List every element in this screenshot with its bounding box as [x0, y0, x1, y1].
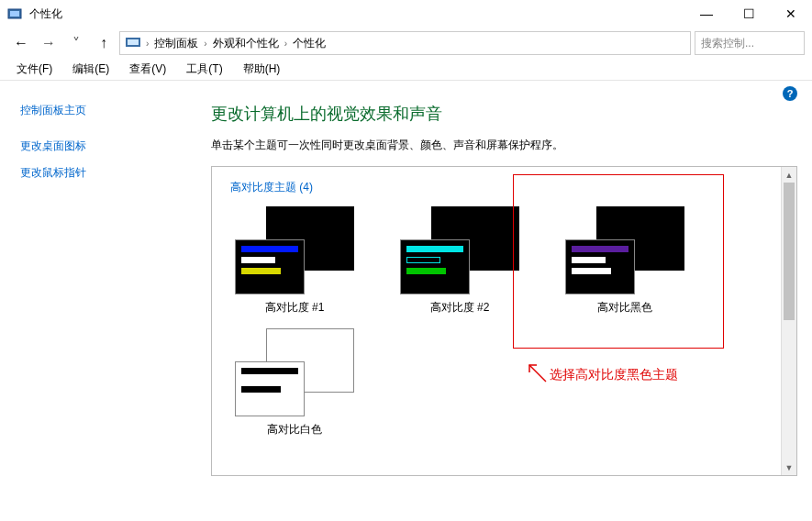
svg-rect-3: [128, 39, 139, 45]
app-icon: [7, 6, 22, 21]
help-icon[interactable]: ?: [783, 86, 797, 101]
breadcrumb[interactable]: 个性化: [293, 36, 326, 51]
menu-edit[interactable]: 编辑(E): [63, 59, 118, 80]
body: 控制面板主页 更改桌面图标 更改鼠标指针 ? 更改计算机上的视觉效果和声音 单击…: [0, 81, 812, 521]
annotation-callout-text: 选择高对比度黑色主题: [550, 367, 678, 383]
theme-item[interactable]: 高对比白色: [230, 328, 359, 438]
sidebar-link-desktop-icons[interactable]: 更改桌面图标: [20, 133, 202, 160]
scroll-thumb[interactable]: [784, 183, 795, 320]
theme-label: 高对比白色: [230, 422, 359, 438]
theme-label: 高对比黑色: [561, 300, 689, 316]
theme-thumbnail: [565, 206, 684, 294]
breadcrumb[interactable]: 控制面板: [154, 36, 198, 51]
menu-file[interactable]: 文件(F): [7, 59, 61, 80]
svg-rect-1: [10, 11, 19, 17]
svg-line-4: [529, 365, 546, 382]
theme-thumbnail: [400, 206, 519, 294]
themes-section-title: 高对比度主题 (4): [230, 180, 778, 195]
back-button[interactable]: ←: [9, 31, 33, 55]
scroll-down-icon[interactable]: ▼: [782, 460, 796, 475]
sidebar-home-link[interactable]: 控制面板主页: [20, 97, 202, 124]
theme-thumbnail: [235, 328, 354, 416]
chevron-right-icon: ›: [146, 39, 149, 49]
sidebar-link-mouse-pointer[interactable]: 更改鼠标指针: [20, 160, 202, 186]
menu-tools[interactable]: 工具(T): [177, 59, 231, 80]
annotation-arrow-icon: [526, 361, 548, 386]
menu-bar: 文件(F) 编辑(E) 查看(V) 工具(T) 帮助(H): [0, 59, 812, 81]
theme-item[interactable]: 高对比度 #1: [230, 206, 359, 316]
breadcrumb[interactable]: 外观和个性化: [213, 36, 279, 51]
search-input[interactable]: 搜索控制...: [695, 31, 805, 55]
theme-item[interactable]: 高对比度 #2: [395, 206, 524, 316]
maximize-button[interactable]: ☐: [728, 0, 770, 28]
theme-label: 高对比度 #2: [395, 300, 524, 316]
close-button[interactable]: ✕: [770, 0, 812, 28]
address-bar[interactable]: › 控制面板 › 外观和个性化 › 个性化: [119, 31, 691, 55]
theme-label: 高对比度 #1: [230, 300, 359, 316]
minimize-button[interactable]: —: [685, 0, 728, 28]
main-pane: ? 更改计算机上的视觉效果和声音 单击某个主题可一次性同时更改桌面背景、颜色、声…: [211, 81, 812, 521]
window-title: 个性化: [29, 6, 62, 22]
theme-thumbnail: [235, 206, 354, 294]
theme-item[interactable]: 高对比黑色: [561, 206, 689, 316]
up-button[interactable]: ↑: [92, 31, 116, 55]
chevron-right-icon: ›: [284, 39, 287, 49]
title-bar: 个性化 — ☐ ✕: [0, 0, 812, 28]
recent-button[interactable]: ˅: [64, 31, 88, 55]
scrollbar[interactable]: ▲ ▼: [781, 167, 796, 475]
themes-panel: 高对比度主题 (4) 高对比度 #1: [211, 166, 797, 476]
menu-view[interactable]: 查看(V): [120, 59, 175, 80]
menu-help[interactable]: 帮助(H): [234, 59, 290, 80]
address-icon: [126, 36, 140, 51]
forward-button[interactable]: →: [37, 31, 61, 55]
scroll-up-icon[interactable]: ▲: [782, 167, 796, 183]
nav-row: ← → ˅ ↑ › 控制面板 › 外观和个性化 › 个性化 搜索控制...: [0, 28, 812, 59]
page-heading: 更改计算机上的视觉效果和声音: [211, 103, 797, 125]
search-placeholder: 搜索控制...: [701, 36, 754, 51]
sidebar: 控制面板主页 更改桌面图标 更改鼠标指针: [0, 81, 211, 521]
page-description: 单击某个主题可一次性同时更改桌面背景、颜色、声音和屏幕保护程序。: [211, 138, 797, 153]
chevron-right-icon: ›: [204, 39, 206, 49]
